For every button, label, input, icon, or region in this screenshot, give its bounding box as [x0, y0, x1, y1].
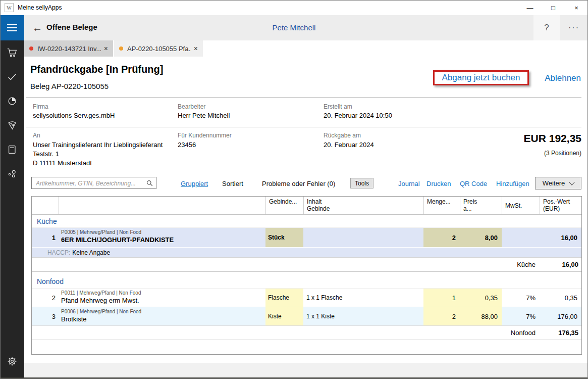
col-preis-header[interactable]: Preis a...	[460, 197, 502, 214]
article-search-box	[31, 177, 156, 189]
col-menge-header[interactable]: Menge...	[423, 197, 460, 214]
firma-value: sellysolutions Serv.ges.mbH	[33, 111, 115, 120]
tab-ap-0220-105055[interactable]: AP-0220-105055 Pfa... ×	[114, 40, 203, 57]
kundennummer-label: Für Kundennummer	[178, 132, 232, 139]
positions-table: Gebinde... Inhalt Gebinde Menge... Preis…	[31, 196, 582, 355]
sidebar-catalog-button[interactable]	[0, 137, 24, 162]
tab-close-icon[interactable]: ×	[101, 44, 108, 53]
an-label: An	[33, 132, 40, 139]
abgang-jetzt-buchen-button[interactable]: Abgang jetzt buchen	[433, 70, 529, 85]
erstellt-am-value: 20. Februar 2024 10:50	[324, 111, 392, 120]
mwst-cell: 7%	[502, 289, 540, 307]
row-description: P0005 | Mehrweg/Pfand | Non Food 6ER MIL…	[59, 228, 265, 247]
col-number-header[interactable]	[32, 197, 59, 214]
haccp-row: HACCP: Keine Angabe	[32, 248, 581, 258]
menu-icon	[7, 24, 17, 25]
sidebar-cart-button[interactable]	[0, 40, 24, 65]
inhalt-cell: 1 x 1 Flasche	[303, 289, 423, 307]
mwst-cell	[502, 228, 540, 247]
sidebar-reports-button[interactable]	[0, 89, 24, 113]
help-button[interactable]: ?	[533, 15, 560, 40]
subtotal-row-kueche: Küche 16,00	[32, 258, 581, 272]
journal-link[interactable]: Journal	[398, 180, 420, 187]
chevron-down-icon	[569, 179, 575, 185]
tab-status-dot	[119, 46, 123, 51]
subtotal-value: 176,35	[540, 326, 581, 340]
preis-cell: 0,35	[460, 289, 502, 307]
weitere-dropdown-button[interactable]: Weitere	[535, 177, 581, 190]
sidebar	[0, 40, 24, 377]
col-mwst-header[interactable]: MwSt.	[502, 197, 540, 214]
row-number: 3	[32, 307, 59, 325]
document-view: Pfandrückgabe [In Prüfung] Beleg AP-0220…	[24, 57, 588, 379]
haccp-label: HACCP:	[47, 249, 70, 256]
close-button[interactable]: ×	[565, 0, 588, 15]
search-icon	[146, 179, 153, 187]
sortiert-link[interactable]: Sortiert	[222, 180, 243, 187]
qr-code-link[interactable]: QR Code	[460, 180, 487, 187]
preis-cell: 88,00	[460, 307, 502, 325]
col-description-header[interactable]	[59, 197, 265, 214]
bearbeiter-label: Bearbeiter	[178, 103, 205, 110]
menge-cell: 2	[423, 307, 460, 325]
settings-button[interactable]	[0, 349, 24, 373]
table-row[interactable]: 2 P0011 | Mehrweg/Pfand | Non Food Pfand…	[32, 289, 581, 307]
pizza-slice-icon	[7, 120, 18, 131]
probleme-oder-fehler-link[interactable]: Probleme oder Fehler (0)	[262, 180, 335, 187]
mwst-cell: 7%	[502, 307, 540, 325]
group-header-kueche: Küche	[32, 215, 581, 228]
tab-label: AP-0220-105055 Pfa...	[127, 45, 191, 53]
page-title: Offene Belege	[46, 23, 97, 31]
inhalt-cell: 1 x 1 Kiste	[303, 307, 423, 325]
pos-wert-cell: 0,35	[540, 289, 581, 307]
back-button[interactable]: ←	[30, 21, 44, 35]
minimize-button[interactable]: —	[518, 0, 542, 15]
more-options-button[interactable]: ···	[561, 15, 586, 40]
hinzufuegen-link[interactable]: Hinzufügen	[496, 180, 529, 187]
table-header-row: Gebinde... Inhalt Gebinde Menge... Preis…	[32, 197, 581, 215]
menge-cell: 1	[423, 289, 460, 307]
divider	[26, 127, 581, 127]
ablehnen-button[interactable]: Ablehnen	[545, 73, 581, 83]
row-number: 1	[32, 228, 59, 247]
drucken-link[interactable]: Drucken	[426, 180, 451, 187]
row-description: P0006 | Mehrweg/Pfand | Non Food Brotkis…	[59, 307, 265, 325]
app-header: ← Offene Belege Pete Mitchell ? ···	[0, 15, 588, 40]
table-row[interactable]: 1 P0005 | Mehrweg/Pfand | Non Food 6ER M…	[32, 228, 581, 248]
maximize-button[interactable]: □	[542, 0, 565, 15]
gear-icon	[7, 356, 18, 367]
tab-label: IW-0220-143721 Inv...	[37, 45, 101, 53]
col-gebinde-header[interactable]: Gebinde...	[265, 197, 303, 214]
sidebar-tasks-button[interactable]	[0, 65, 24, 89]
user-name-link[interactable]: Pete Mitchell	[273, 23, 316, 32]
col-inhalt-gebinde-header[interactable]: Inhalt Gebinde	[303, 197, 423, 214]
checkmark-icon	[7, 71, 18, 82]
pos-wert-cell: 176,00	[540, 307, 581, 325]
tools-button[interactable]: Tools	[350, 178, 373, 188]
book-icon	[7, 144, 18, 155]
row-number: 2	[32, 289, 59, 307]
window-titlebar: W Meine sellyApps — □ ×	[0, 0, 588, 15]
group-header-nonfood: Nonfood	[32, 272, 581, 289]
share-icon	[7, 168, 18, 179]
sidebar-food-button[interactable]	[0, 113, 24, 137]
sidebar-share-button[interactable]	[0, 162, 24, 186]
document-title: Pfandrückgabe [In Prüfung]	[30, 64, 163, 75]
bottom-bar	[24, 363, 588, 377]
gruppiert-link[interactable]: Gruppiert	[181, 180, 208, 187]
tab-status-dot	[29, 46, 33, 51]
menu-button[interactable]	[0, 15, 24, 40]
haccp-value: Keine Angabe	[72, 249, 110, 256]
subtotal-value: 16,00	[540, 258, 581, 271]
document-number: Beleg AP-0220-105055	[30, 82, 109, 90]
bearbeiter-value: Herr Pete Mitchell	[178, 111, 230, 120]
tab-iw-0220-143721[interactable]: IW-0220-143721 Inv... ×	[24, 40, 113, 57]
search-input[interactable]	[35, 178, 144, 188]
table-row[interactable]: 3 P0006 | Mehrweg/Pfand | Non Food Brotk…	[32, 307, 581, 326]
tab-close-icon[interactable]: ×	[191, 44, 198, 53]
gebinde-cell: Flasche	[265, 289, 303, 307]
divider	[26, 97, 581, 98]
gebinde-cell: Kiste	[265, 307, 303, 325]
positions-count: (3 Positionen)	[544, 150, 581, 157]
col-pos-wert-header[interactable]: Pos.-Wert (EUR)	[540, 197, 581, 214]
